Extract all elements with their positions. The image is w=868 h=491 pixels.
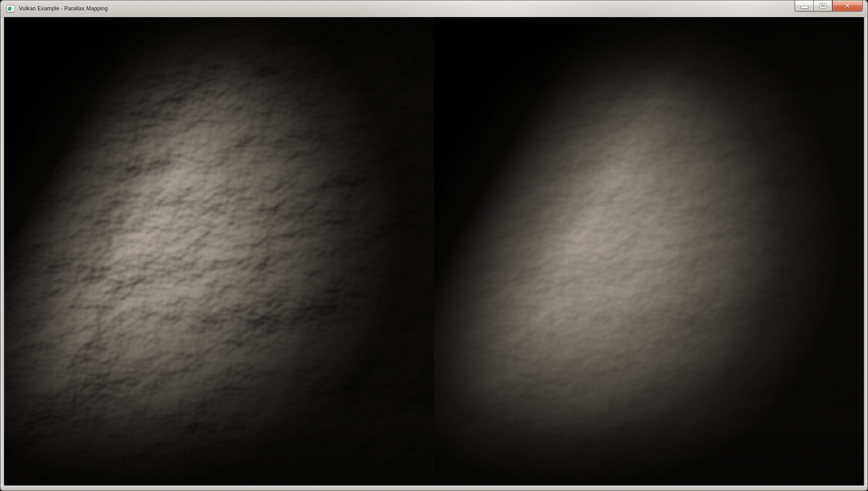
render-area bbox=[0, 17, 868, 486]
application-icon[interactable] bbox=[6, 5, 15, 12]
window-bottom-frame bbox=[0, 486, 868, 491]
maximize-icon bbox=[820, 3, 826, 9]
minimize-icon bbox=[801, 6, 808, 9]
frame-highlight-left bbox=[1, 17, 3, 486]
caption-buttons: ✕ bbox=[795, 0, 863, 11]
render-view-right[interactable] bbox=[434, 17, 864, 486]
titlebar[interactable]: Vulkan Example - Parallax Mapping bbox=[0, 0, 868, 17]
titlebar-glass-sheen bbox=[0, 0, 868, 17]
minimize-button[interactable] bbox=[795, 0, 813, 11]
window-title: Vulkan Example - Parallax Mapping bbox=[19, 5, 108, 12]
maximize-button[interactable] bbox=[813, 0, 832, 11]
application-icon-lines bbox=[12, 7, 14, 10]
frame-highlight-right bbox=[865, 17, 867, 486]
render-view-left[interactable] bbox=[4, 17, 434, 486]
rock-render-right bbox=[434, 17, 864, 486]
app-window: Vulkan Example - Parallax Mapping ✕ bbox=[0, 0, 868, 491]
close-button[interactable]: ✕ bbox=[832, 0, 863, 11]
close-icon: ✕ bbox=[844, 2, 850, 9]
rock-render-left bbox=[4, 17, 434, 486]
application-icon-pane bbox=[8, 7, 11, 10]
